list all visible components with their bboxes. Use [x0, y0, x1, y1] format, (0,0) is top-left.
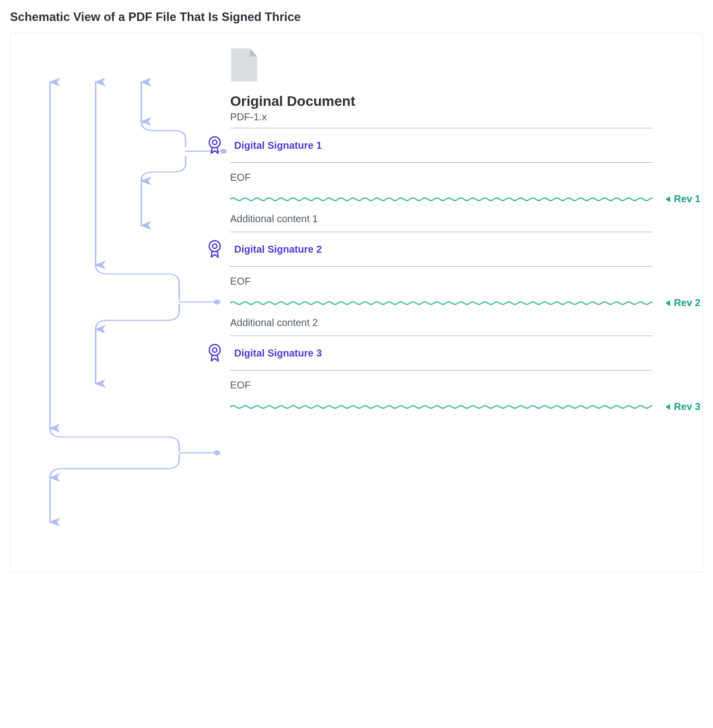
diagram-frame: Original Document PDF-1.x Digital Signat… [10, 33, 703, 572]
signature-badge-icon [206, 343, 223, 363]
svg-point-13 [213, 140, 217, 145]
additional-content-1-label: Additional content 1 [230, 204, 653, 232]
signature-1-label: Digital Signature 1 [234, 140, 322, 151]
document-title: Original Document [230, 93, 653, 109]
revision-1: Rev 1 [230, 190, 653, 201]
svg-point-3 [214, 450, 220, 455]
signature-badge-icon [206, 239, 223, 259]
diagram: Original Document PDF-1.x Digital Signat… [30, 47, 683, 552]
eof-3-label: EOF [230, 370, 653, 398]
revision-2-label: Rev 2 [666, 297, 701, 309]
signature-badge-icon [206, 135, 223, 155]
svg-point-12 [209, 137, 220, 148]
revision-divider [230, 197, 653, 201]
document-header: Original Document PDF-1.x [230, 47, 653, 123]
signature-3-label: Digital Signature 3 [234, 348, 322, 359]
page-title: Schematic View of a PDF File That Is Sig… [10, 10, 703, 24]
signature-row-2: Digital Signature 2 [230, 232, 653, 266]
revision-3: Rev 3 [230, 398, 653, 409]
signature-row-1: Digital Signature 1 [230, 128, 653, 162]
revision-3-label: Rev 3 [666, 401, 701, 412]
svg-point-15 [213, 244, 217, 249]
content-column: Original Document PDF-1.x Digital Signat… [230, 47, 653, 412]
svg-point-16 [209, 345, 220, 356]
revision-2: Rev 2 [230, 294, 653, 305]
svg-point-14 [209, 241, 220, 252]
revision-divider [230, 301, 653, 305]
signature-2-label: Digital Signature 2 [234, 244, 322, 255]
revision-divider [230, 405, 653, 409]
document-version: PDF-1.x [230, 111, 653, 123]
revision-1-label: Rev 1 [666, 193, 701, 205]
svg-point-17 [213, 348, 217, 353]
eof-1-label: EOF [230, 163, 653, 190]
signature-row-3: Digital Signature 3 [230, 336, 653, 370]
eof-2-label: EOF [230, 267, 653, 294]
svg-point-7 [214, 300, 220, 305]
additional-content-2-label: Additional content 2 [230, 308, 653, 336]
